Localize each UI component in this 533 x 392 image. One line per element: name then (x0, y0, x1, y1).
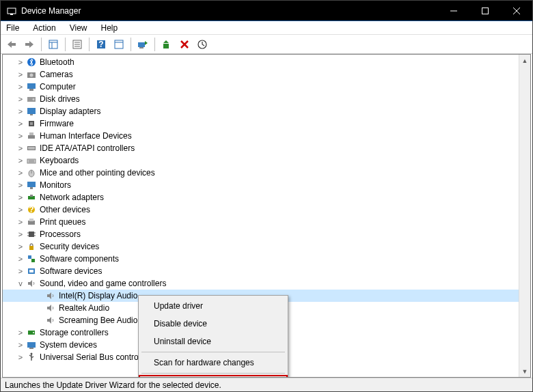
toolbar-back-button[interactable] (3, 36, 20, 53)
menu-file[interactable]: File (3, 22, 22, 34)
tree-node-other[interactable]: >?Other devices (3, 204, 519, 216)
menu-action[interactable]: Action (30, 22, 58, 34)
tree-node-hid[interactable]: >Human Interface Devices (3, 130, 519, 142)
tree-label: Network adapters (40, 193, 104, 202)
tree-node-security[interactable]: >Security devices (3, 240, 519, 253)
chevron-right-icon[interactable]: > (16, 242, 25, 251)
toolbar-uninstall-button[interactable] (176, 36, 193, 53)
vertical-scrollbar[interactable]: ▲ ▼ (519, 55, 530, 377)
tree-label: Disk drives (40, 94, 80, 104)
tree-node-disk-drives[interactable]: >Disk drives (3, 93, 519, 105)
svg-rect-36 (28, 135, 35, 139)
svg-rect-21 (163, 44, 169, 48)
tree-node-ide[interactable]: >IDE ATA/ATAPI controllers (3, 142, 519, 154)
chevron-right-icon[interactable]: > (16, 70, 25, 79)
tree-node-monitors[interactable]: >Monitors (3, 179, 519, 191)
sound-icon (45, 290, 56, 301)
chevron-right-icon[interactable]: > (16, 169, 25, 177)
chevron-right-icon[interactable]: > (16, 328, 25, 337)
context-menu-update-driver[interactable]: Update driver (140, 297, 286, 315)
tree-node-display-adapters[interactable]: >Display adapters (3, 105, 519, 117)
tree-label: Screaming Bee Audio (59, 316, 137, 325)
chevron-down-icon[interactable]: v (16, 279, 25, 288)
chevron-right-icon[interactable]: > (16, 218, 25, 226)
context-menu-disable-device[interactable]: Disable device (140, 315, 286, 333)
close-button[interactable] (501, 1, 532, 21)
toolbar-action-button[interactable] (111, 36, 127, 53)
chevron-right-icon[interactable]: > (16, 58, 25, 66)
context-menu-properties[interactable]: Properties (139, 375, 288, 378)
toolbar-properties-button[interactable] (69, 36, 85, 53)
chevron-right-icon[interactable]: > (16, 107, 25, 115)
chevron-right-icon[interactable]: > (16, 132, 25, 140)
chevron-right-icon[interactable]: > (16, 230, 25, 238)
minimize-button[interactable] (438, 1, 469, 21)
svg-rect-69 (27, 342, 36, 348)
menu-view[interactable]: View (67, 22, 90, 34)
toolbar-forward-button[interactable] (21, 36, 38, 53)
computer-icon (26, 81, 37, 92)
chevron-right-icon[interactable]: > (16, 353, 25, 361)
svg-rect-64 (31, 259, 35, 262)
tree-node-firmware[interactable]: >Firmware (3, 117, 519, 130)
tree-node-software-components[interactable]: >Software components (3, 253, 519, 265)
svg-rect-20 (139, 47, 144, 48)
context-menu-scan-hardware[interactable]: Scan for hardware changes (140, 354, 286, 372)
sound-icon (45, 315, 56, 326)
svg-point-27 (30, 74, 33, 77)
toolbar-update-driver-button[interactable] (159, 36, 175, 53)
software-component-icon (26, 253, 37, 264)
context-menu-uninstall-device[interactable]: Uninstall device (140, 333, 286, 350)
svg-rect-3 (482, 8, 489, 14)
chevron-right-icon[interactable]: > (16, 193, 25, 201)
mouse-icon (26, 167, 37, 178)
svg-rect-44 (27, 159, 36, 163)
network-adapter-icon (26, 192, 37, 203)
svg-point-31 (33, 98, 35, 100)
context-menu-separator (141, 373, 285, 374)
system-device-icon (26, 339, 37, 350)
toolbar-show-hide-tree-button[interactable] (45, 36, 62, 53)
tree-label: Cameras (40, 70, 73, 79)
scroll-down-icon[interactable]: ▼ (519, 365, 530, 377)
chevron-right-icon[interactable]: > (16, 144, 25, 152)
chevron-right-icon[interactable]: > (16, 95, 25, 103)
tree-label: Bluetooth (40, 57, 74, 67)
tree-node-bluetooth[interactable]: >Bluetooth (3, 56, 519, 68)
svg-rect-29 (29, 89, 33, 91)
content-area: >Bluetooth >Cameras >Computer >Disk driv… (2, 54, 531, 378)
status-bar: Launches the Update Driver Wizard for th… (1, 378, 532, 391)
tree-node-keyboards[interactable]: >Keyboards (3, 154, 519, 167)
toolbar-scan-button[interactable] (135, 36, 151, 53)
chevron-right-icon[interactable]: > (16, 267, 25, 275)
chevron-right-icon[interactable]: > (16, 206, 25, 214)
chevron-right-icon[interactable]: > (16, 181, 25, 189)
chevron-right-icon[interactable]: > (16, 120, 25, 128)
tree-node-sound[interactable]: vSound, video and game controllers (3, 277, 519, 290)
tree-label: Software devices (40, 266, 102, 276)
svg-rect-66 (29, 270, 33, 272)
toolbar-disable-button[interactable] (194, 36, 210, 53)
toolbar-help-button[interactable]: ? (93, 36, 109, 53)
svg-rect-8 (49, 40, 57, 48)
chevron-right-icon[interactable]: > (16, 255, 25, 263)
chevron-right-icon[interactable]: > (16, 156, 25, 165)
tree-node-processors[interactable]: >Processors (3, 228, 519, 240)
tree-node-cameras[interactable]: >Cameras (3, 68, 519, 81)
tree-node-print-queues[interactable]: >Print queues (3, 216, 519, 228)
svg-text:?: ? (29, 205, 33, 214)
svg-rect-70 (29, 348, 33, 349)
chevron-right-icon[interactable]: > (16, 341, 25, 349)
other-devices-icon: ? (26, 204, 37, 215)
maximize-button[interactable] (469, 1, 501, 21)
tree-node-computer[interactable]: >Computer (3, 81, 519, 93)
chevron-right-icon[interactable]: > (16, 83, 25, 91)
title-bar: Device Manager (1, 1, 532, 21)
context-menu-separator (141, 352, 285, 352)
tree-node-software-devices[interactable]: >Software devices (3, 265, 519, 277)
tree-node-mice[interactable]: >Mice and other pointing devices (3, 167, 519, 179)
bluetooth-icon (26, 57, 37, 68)
scroll-up-icon[interactable]: ▲ (519, 55, 530, 66)
menu-help[interactable]: Help (98, 22, 121, 34)
tree-node-network[interactable]: >Network adapters (3, 191, 519, 204)
